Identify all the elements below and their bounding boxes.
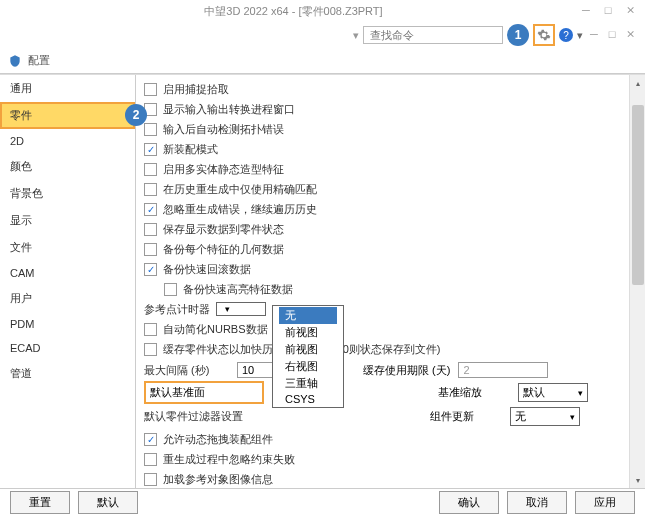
- expire-input[interactable]: [458, 362, 548, 378]
- default-button[interactable]: 默认: [78, 491, 138, 514]
- datum-label: 默认基准面: [144, 381, 264, 404]
- option-label: 启用多实体静态造型特征: [163, 162, 284, 177]
- menu-dropdown-icon[interactable]: ▾: [577, 29, 583, 42]
- checkbox[interactable]: [144, 183, 157, 196]
- sidebar-item-8[interactable]: 用户: [0, 285, 135, 312]
- expire-label: 缓存使用期限 (天): [363, 363, 450, 378]
- option-label: 输入后自动检测拓扑错误: [163, 122, 284, 137]
- ok-button[interactable]: 确认: [439, 491, 499, 514]
- sidebar: 通用零件22D颜色背景色显示文件CAM用户PDMECAD管道: [0, 75, 136, 488]
- nurbs-label: 自动简化NURBS数据: [163, 322, 268, 337]
- option-label: 允许动态拖拽装配组件: [163, 432, 273, 447]
- content-panel: 启用捕捉拾取显示输入输出转换进程窗口输入后自动检测拓扑错误新装配模式启用多实体静…: [136, 75, 645, 488]
- reset-button[interactable]: 重置: [10, 491, 70, 514]
- dropdown-option[interactable]: 前视图: [279, 341, 337, 358]
- dropdown-option[interactable]: 前视图: [279, 324, 337, 341]
- child-minimize-icon[interactable]: ─: [587, 28, 601, 42]
- datum-scale-select[interactable]: 默认: [518, 383, 588, 402]
- dropdown-icon[interactable]: ▾: [353, 29, 359, 42]
- option-label: 重生成过程中忽略约束失败: [163, 452, 295, 467]
- option-label: 备份快速回滚数据: [163, 262, 251, 277]
- scroll-up-icon[interactable]: ▴: [630, 75, 645, 91]
- checkbox[interactable]: [144, 473, 157, 486]
- datum-dropdown-list[interactable]: 无前视图前视图右视图三重轴CSYS: [272, 305, 344, 408]
- callout-badge-2: 2: [125, 104, 147, 126]
- sidebar-item-2[interactable]: 2D: [0, 129, 135, 153]
- dialog-body: 通用零件22D颜色背景色显示文件CAM用户PDMECAD管道 启用捕捉拾取显示输…: [0, 74, 645, 488]
- shield-icon: [8, 54, 22, 68]
- child-close-icon[interactable]: ⨯: [623, 28, 637, 42]
- callout-badge-1: 1: [507, 24, 529, 46]
- dropdown-option[interactable]: CSYS: [279, 392, 337, 406]
- checkbox[interactable]: [144, 123, 157, 136]
- vertical-scrollbar[interactable]: ▴ ▾: [629, 75, 645, 488]
- option-label: 加载参考对象图像信息: [163, 472, 273, 487]
- option-label: 备份快速高亮特征数据: [183, 282, 293, 297]
- dialog-footer: 重置 默认 确认 取消 应用: [0, 488, 645, 516]
- checkbox[interactable]: [144, 433, 157, 446]
- app-title: 中望3D 2022 x64 - [零件008.Z3PRT]: [8, 4, 579, 19]
- sidebar-item-0[interactable]: 通用: [0, 75, 135, 102]
- option-label: 备份每个特征的几何数据: [163, 242, 284, 257]
- filter-label: 默认零件过滤器设置: [144, 409, 264, 424]
- child-maximize-icon[interactable]: □: [605, 28, 619, 42]
- scroll-down-icon[interactable]: ▾: [630, 472, 645, 488]
- apply-button[interactable]: 应用: [575, 491, 635, 514]
- checkbox[interactable]: [144, 83, 157, 96]
- sidebar-item-11[interactable]: 管道: [0, 360, 135, 387]
- sidebar-item-10[interactable]: ECAD: [0, 336, 135, 360]
- dialog-titlebar: 配置: [0, 48, 645, 74]
- sidebar-item-6[interactable]: 文件: [0, 234, 135, 261]
- sidebar-item-9[interactable]: PDM: [0, 312, 135, 336]
- dialog-title-text: 配置: [28, 53, 50, 68]
- search-input[interactable]: [363, 26, 503, 44]
- top-toolbar: ▾ 1 ? ▾ ─ □ ⨯: [0, 22, 645, 48]
- sidebar-item-5[interactable]: 显示: [0, 207, 135, 234]
- help-icon[interactable]: ?: [559, 28, 573, 42]
- option-label: 显示输入输出转换进程窗口: [163, 102, 295, 117]
- option-label: 忽略重生成错误，继续遍历历史: [163, 202, 317, 217]
- scrollbar-thumb[interactable]: [632, 105, 644, 285]
- interval-label: 最大间隔 (秒): [144, 363, 229, 378]
- nurbs-checkbox[interactable]: [144, 323, 157, 336]
- dropdown-option[interactable]: 右视图: [279, 358, 337, 375]
- app-titlebar: 中望3D 2022 x64 - [零件008.Z3PRT] ─ □ ⨯: [0, 0, 645, 22]
- close-icon[interactable]: ⨯: [623, 4, 637, 18]
- option-label: 在历史重生成中仅使用精确匹配: [163, 182, 317, 197]
- minimize-icon[interactable]: ─: [579, 4, 593, 18]
- option-label: 启用捕捉拾取: [163, 82, 229, 97]
- checkbox[interactable]: [144, 243, 157, 256]
- checkbox[interactable]: [144, 143, 157, 156]
- timer-label: 参考点计时器: [144, 302, 210, 317]
- sidebar-item-7[interactable]: CAM: [0, 261, 135, 285]
- update-label: 组件更新: [430, 409, 474, 424]
- gear-icon: [537, 28, 551, 42]
- checkbox[interactable]: [144, 163, 157, 176]
- option-label: 新装配模式: [163, 142, 218, 157]
- checkbox[interactable]: [144, 263, 157, 276]
- sidebar-item-3[interactable]: 颜色: [0, 153, 135, 180]
- timer-select[interactable]: [216, 302, 266, 316]
- checkbox[interactable]: [144, 453, 157, 466]
- update-select[interactable]: 无: [510, 407, 580, 426]
- cache-checkbox[interactable]: [144, 343, 157, 356]
- dropdown-option[interactable]: 三重轴: [279, 375, 337, 392]
- checkbox[interactable]: [164, 283, 177, 296]
- maximize-icon[interactable]: □: [601, 4, 615, 18]
- cancel-button[interactable]: 取消: [507, 491, 567, 514]
- datum-scale-label: 基准缩放: [438, 385, 482, 400]
- checkbox[interactable]: [144, 223, 157, 236]
- dropdown-option[interactable]: 无: [279, 307, 337, 324]
- sidebar-item-1[interactable]: 零件2: [0, 102, 135, 129]
- option-label: 保存显示数据到零件状态: [163, 222, 284, 237]
- checkbox[interactable]: [144, 203, 157, 216]
- sidebar-item-4[interactable]: 背景色: [0, 180, 135, 207]
- settings-button[interactable]: [533, 24, 555, 46]
